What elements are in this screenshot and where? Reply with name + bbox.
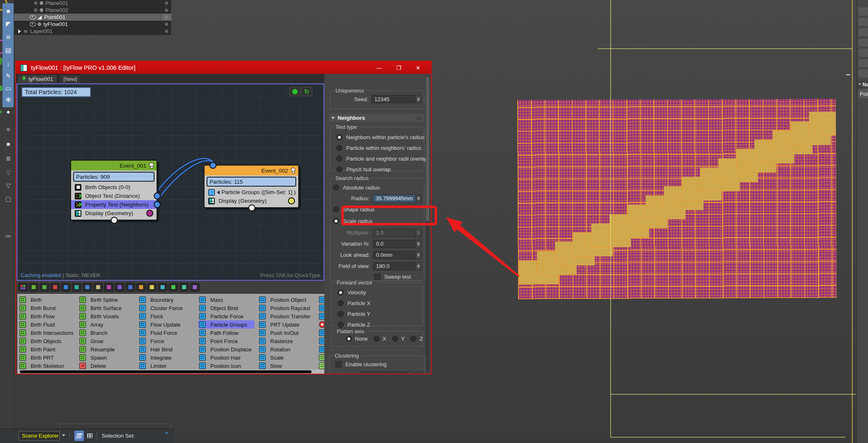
test-type-option[interactable]: Particle within neighbors' radius bbox=[336, 142, 421, 153]
layer-explorer-button[interactable] bbox=[74, 431, 84, 441]
event-001-node[interactable]: Event_001Particles: 909Birth Objects (0-… bbox=[70, 160, 157, 220]
maximize-button[interactable]: ❐ bbox=[392, 62, 406, 74]
left-toolbar-icon-8[interactable]: ● bbox=[3, 107, 13, 116]
display-color-dot[interactable] bbox=[146, 210, 153, 217]
depot-item-position-icon[interactable]: Position Icon bbox=[199, 362, 241, 370]
scene-explorer-combo[interactable]: Scene Explorer bbox=[19, 431, 60, 441]
depot-item-integrate[interactable]: Integrate bbox=[139, 353, 171, 362]
sweep-test-checkbox[interactable] bbox=[374, 274, 380, 280]
particle-plane-mesh[interactable] bbox=[517, 99, 837, 299]
depot-filter-button-10[interactable] bbox=[126, 283, 135, 291]
depot-item-birth-burst[interactable]: Birth Burst bbox=[19, 304, 56, 312]
window-titlebar[interactable]: tyFlow001 : [tyFlow PRO v1.006 Editor] —… bbox=[16, 62, 431, 74]
command-panel-button-4[interactable] bbox=[858, 49, 868, 57]
test-type-option[interactable]: Particle and neighbor radii overlap bbox=[336, 153, 421, 164]
radio-button[interactable] bbox=[338, 289, 344, 296]
radio-button[interactable] bbox=[392, 336, 398, 342]
radio-button[interactable] bbox=[336, 156, 342, 162]
node-graph-view[interactable]: Total Particles: 1024 ↻ Event_001Particl… bbox=[17, 83, 324, 281]
command-panel-button-0[interactable] bbox=[858, 7, 868, 16]
depot-item-boundary[interactable]: Boundary bbox=[139, 296, 174, 304]
depot-item-position-raycast[interactable]: Position Raycast bbox=[259, 304, 310, 312]
command-panel-button-1[interactable] bbox=[858, 18, 868, 26]
channel-field[interactable]: 0 bbox=[360, 372, 408, 374]
left-toolbar-icon-0[interactable]: ■ bbox=[3, 6, 13, 16]
event-input-connector[interactable] bbox=[209, 162, 216, 169]
operator-row[interactable]: Birth Objects (0-0) bbox=[71, 183, 157, 192]
seed-spinner[interactable] bbox=[416, 95, 421, 103]
operator-row[interactable]: Object Test (Distance) bbox=[71, 192, 157, 200]
depot-item-position-object[interactable]: Position Object bbox=[259, 296, 306, 304]
depot-item-slow[interactable]: Slow bbox=[259, 362, 282, 370]
spinner[interactable] bbox=[416, 262, 421, 270]
depot-item-position-hair[interactable]: Position Hair bbox=[199, 353, 241, 362]
depot-item-flock[interactable]: Flock bbox=[139, 312, 163, 320]
depot-filter-button-3[interactable] bbox=[50, 283, 60, 291]
left-toolbar-icon-14[interactable]: ▢ bbox=[3, 194, 13, 204]
flatten-axis-option[interactable]: None bbox=[346, 336, 368, 342]
depot-item-branch[interactable]: Branch bbox=[79, 329, 107, 337]
depot-item-birth-flow[interactable]: Birth Flow bbox=[19, 312, 55, 320]
depot-filter-button-14[interactable] bbox=[169, 283, 178, 291]
operator-row[interactable]: Display (Geometry) bbox=[205, 197, 298, 205]
left-toolbar-icon-1[interactable]: ◤ bbox=[3, 19, 13, 29]
param-value-field[interactable]: 180.0 bbox=[373, 262, 416, 270]
left-toolbar-icon-13[interactable]: ▽ bbox=[3, 181, 13, 191]
scene-object-row-point001[interactable]: Point001✻ bbox=[14, 14, 171, 21]
freeze-snowflake-icon[interactable]: ✻ bbox=[161, 28, 171, 35]
depot-filter-button-6[interactable] bbox=[83, 283, 92, 291]
command-panel-button-5[interactable] bbox=[858, 59, 868, 67]
left-toolbar-icon-7[interactable]: ✻ bbox=[3, 95, 13, 105]
left-toolbar-icon-11[interactable]: ≣ bbox=[3, 154, 13, 163]
combo-dropdown-icon[interactable] bbox=[62, 434, 65, 436]
depot-item-cluster-force[interactable]: Cluster Force bbox=[139, 304, 183, 312]
tab-new[interactable]: [New] bbox=[59, 74, 81, 83]
object-name-field[interactable]: Poin bbox=[858, 89, 868, 98]
depot-item-particle-force[interactable]: Particle Force bbox=[199, 312, 243, 320]
depot-filter-button-12[interactable] bbox=[147, 283, 157, 291]
name-color-rollout[interactable]: Na bbox=[857, 81, 868, 88]
event-output-connector[interactable] bbox=[111, 217, 118, 224]
enable-bulb-icon[interactable] bbox=[149, 163, 154, 168]
spinner[interactable] bbox=[416, 240, 421, 248]
depot-item-birth-skeleton[interactable]: Birth Skeleton bbox=[19, 362, 64, 370]
depot-item-birth-intersections[interactable]: Birth Intersections bbox=[19, 329, 74, 337]
depot-filter-button-7[interactable] bbox=[93, 283, 103, 291]
spinner[interactable] bbox=[416, 194, 421, 203]
channel-spinner[interactable] bbox=[408, 372, 413, 374]
radio-button[interactable] bbox=[410, 336, 416, 342]
operator-row[interactable]: Particle Groups ([Sim-Set: 1] ) bbox=[205, 188, 298, 197]
search-radius-option[interactable]: Absolute radius bbox=[333, 182, 421, 193]
scene-object-row-plane001[interactable]: Plane001✻ bbox=[14, 0, 171, 7]
depot-item-birth-prt[interactable]: Birth PRT bbox=[19, 353, 54, 362]
forward-vector-option[interactable]: Particle Y bbox=[338, 308, 420, 319]
depot-item-path-follow[interactable]: Path Follow bbox=[199, 329, 238, 337]
depot-item-object-bind[interactable]: Object Bind bbox=[199, 304, 238, 312]
depot-item-resample[interactable]: Resample bbox=[79, 345, 115, 353]
depot-scrollbar[interactable] bbox=[17, 370, 328, 374]
operator-row[interactable]: Property Test (Neighbors) bbox=[71, 200, 157, 209]
depot-filter-button-5[interactable] bbox=[72, 283, 81, 291]
more-chevron[interactable]: » bbox=[165, 430, 168, 436]
node-header[interactable]: Event_002 bbox=[205, 166, 298, 175]
depot-item-fluid-force[interactable]: Fluid Force bbox=[139, 329, 177, 337]
radio-button[interactable] bbox=[333, 218, 339, 224]
depot-item-birth-spline[interactable]: Birth Spline bbox=[79, 296, 118, 304]
left-toolbar-icon-6[interactable]: ▭ bbox=[3, 83, 13, 93]
node-header[interactable]: Event_001 bbox=[71, 161, 157, 171]
param-value-field[interactable]: 1.0 bbox=[373, 229, 416, 237]
scene-object-row-plane002[interactable]: Plane002✻ bbox=[14, 7, 171, 14]
panel-scrollbar-thumb[interactable] bbox=[426, 77, 429, 221]
depot-item-limiter[interactable]: Limiter bbox=[139, 362, 166, 370]
flatten-axis-option[interactable]: Y bbox=[392, 336, 405, 342]
left-toolbar-icon-4[interactable]: ↓ bbox=[3, 59, 13, 69]
output-connector[interactable] bbox=[154, 192, 161, 199]
depot-item-scale[interactable]: Scale bbox=[259, 353, 284, 362]
flatten-axis-option[interactable]: Z bbox=[410, 336, 423, 342]
radio-button[interactable] bbox=[336, 134, 342, 140]
visibility-eye-icon[interactable] bbox=[30, 22, 36, 26]
param-value-field[interactable]: 0.0mm bbox=[373, 251, 416, 259]
depot-item-prt-update[interactable]: PRT Update bbox=[259, 320, 300, 329]
visibility-eye-icon[interactable] bbox=[30, 15, 36, 19]
test-type-option[interactable]: Neighbors within particle's radius bbox=[336, 132, 421, 142]
